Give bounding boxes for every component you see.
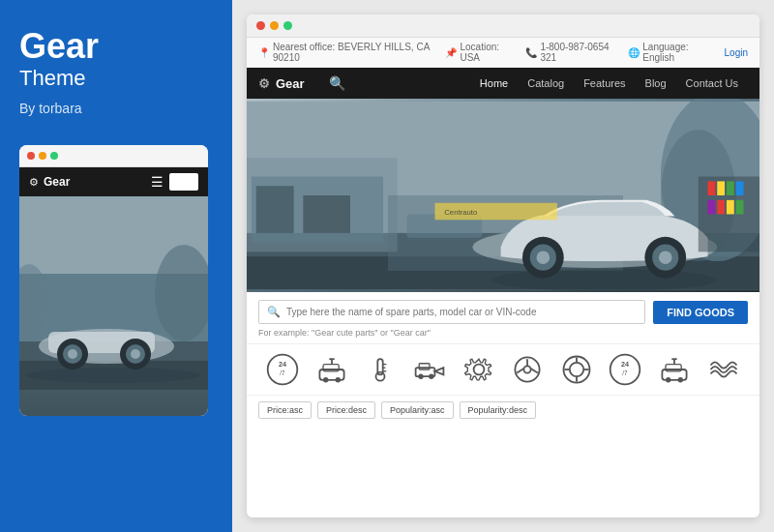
service-icon-gear [461, 352, 496, 387]
service-icon-tow [412, 352, 447, 387]
svg-text:/7: /7 [623, 369, 629, 376]
svg-rect-41 [708, 200, 716, 215]
theme-title: Gear [19, 29, 213, 64]
left-panel: Gear Theme By torbara ⚙ Gear ☰ [0, 0, 232, 532]
mobile-navbar: ⚙ Gear ☰ [19, 167, 208, 196]
phone-icon: 📞 [525, 47, 537, 58]
search-magnify-icon: 🔍 [267, 306, 281, 318]
mobile-navbar-left: ⚙ Gear [29, 175, 70, 189]
svg-rect-37 [708, 181, 716, 195]
location-text: Location: USA [460, 42, 511, 63]
svg-point-65 [473, 365, 484, 375]
search-bar: 🔍 FIND GOODS [247, 292, 759, 328]
steering-wheel-icon [510, 352, 545, 387]
nav-gear-icon: ⚙ [258, 76, 270, 91]
gear-cog-icon [461, 352, 496, 387]
svg-text:Centrauto: Centrauto [444, 208, 477, 217]
svg-point-63 [418, 374, 423, 379]
phone-text: 1-800-987-0654 321 [540, 42, 613, 63]
svg-rect-23 [256, 186, 294, 233]
svg-point-67 [524, 366, 531, 372]
mobile-gear-icon: ⚙ [29, 176, 39, 189]
mobile-dots [19, 145, 208, 167]
svg-rect-44 [736, 200, 744, 215]
svg-line-70 [531, 369, 538, 373]
nav-logo-text: Gear [276, 76, 305, 91]
filter-price-asc[interactable]: Price:asc [258, 401, 312, 419]
author-label: By torbara [19, 101, 213, 116]
electric-car-icon [314, 352, 349, 387]
search-input-wrap[interactable]: 🔍 [258, 300, 645, 324]
svg-rect-38 [717, 181, 725, 195]
247b-icon: 24 /7 [608, 352, 642, 387]
mobile-menu-icon[interactable]: ☰ [151, 174, 164, 190]
tow-car-icon [412, 352, 447, 387]
svg-point-4 [26, 368, 200, 383]
mobile-preview: ⚙ Gear ☰ [19, 145, 208, 416]
service-icon-tire [559, 352, 594, 387]
svg-rect-43 [727, 200, 734, 215]
svg-point-53 [335, 377, 340, 382]
chrome-dot-red [256, 21, 265, 30]
location-info: 📌 Location: USA [445, 42, 511, 63]
svg-text:24: 24 [279, 360, 286, 369]
nav-bar: ⚙ Gear 🔍 Home Catalog Features Blog Cont… [247, 68, 759, 99]
chrome-dot-yellow [270, 21, 279, 30]
nav-link-features[interactable]: Features [574, 68, 635, 99]
location-icon: 📌 [445, 47, 457, 58]
search-input[interactable] [286, 307, 637, 317]
filter-popularity-desc[interactable]: Popularity:desc [460, 401, 537, 419]
service-icon-electric2 [657, 352, 692, 387]
service-icon-temp [363, 352, 398, 387]
nav-link-contact[interactable]: Contact Us [676, 68, 748, 99]
office-icon: 📍 [258, 47, 270, 58]
svg-rect-24 [303, 195, 350, 233]
service-icon-electric [314, 352, 349, 387]
svg-point-34 [659, 251, 672, 264]
svg-point-35 [491, 269, 717, 291]
svg-rect-40 [736, 181, 744, 195]
login-link[interactable]: Login [725, 47, 748, 58]
service-icon-247: 24 /7 [265, 352, 300, 387]
service-icon-247b: 24 /7 [608, 352, 642, 387]
filter-tags: Price:asc Price:desc Popularity:asc Popu… [247, 395, 759, 425]
browser-window: 📍 Nearest office: BEVERLY HILLS, CA 9021… [247, 15, 759, 517]
nav-link-blog[interactable]: Blog [636, 68, 676, 99]
svg-text:24: 24 [621, 360, 629, 369]
svg-line-69 [517, 369, 523, 373]
svg-point-83 [678, 377, 683, 382]
electric-car2-icon [657, 352, 692, 387]
svg-point-9 [68, 349, 77, 359]
nav-links: Home Catalog Features Blog Contact Us [470, 68, 748, 99]
language-icon: 🌐 [628, 47, 640, 58]
office-info: 📍 Nearest office: BEVERLY HILLS, CA 9021… [258, 42, 431, 63]
247-icon: 24 /7 [265, 352, 300, 387]
top-bar: 📍 Nearest office: BEVERLY HILLS, CA 9021… [247, 38, 759, 68]
dot-red [27, 152, 35, 160]
filter-price-desc[interactable]: Price:desc [317, 401, 375, 419]
liquid-wave-icon [706, 352, 741, 387]
svg-rect-39 [727, 181, 734, 195]
nav-search-icon[interactable]: 🔍 [329, 75, 345, 91]
office-text: Nearest office: BEVERLY HILLS, CA 90210 [273, 42, 431, 63]
nav-link-catalog[interactable]: Catalog [518, 68, 574, 99]
service-icon-steering [510, 352, 545, 387]
mobile-search-box [169, 173, 198, 191]
filter-popularity-asc[interactable]: Popularity:asc [381, 401, 454, 419]
svg-point-64 [429, 374, 433, 379]
mobile-hero: auto [19, 196, 208, 416]
hero-svg: Centrauto [247, 99, 759, 292]
svg-point-52 [323, 377, 328, 382]
svg-point-82 [666, 377, 670, 382]
mobile-logo-text: Gear [44, 175, 70, 189]
svg-point-31 [537, 251, 551, 264]
service-icons-row: 24 /7 [247, 343, 759, 395]
mobile-hero-svg [19, 196, 208, 390]
thermometer-icon [363, 352, 398, 387]
phone-info: 📞 1-800-987-0654 321 [525, 42, 613, 63]
language-text: Language: English [642, 42, 709, 63]
theme-subtitle: Theme [19, 66, 213, 91]
find-goods-button[interactable]: FIND GOODS [653, 301, 748, 324]
nav-link-home[interactable]: Home [470, 68, 518, 99]
tire-icon [559, 352, 594, 387]
